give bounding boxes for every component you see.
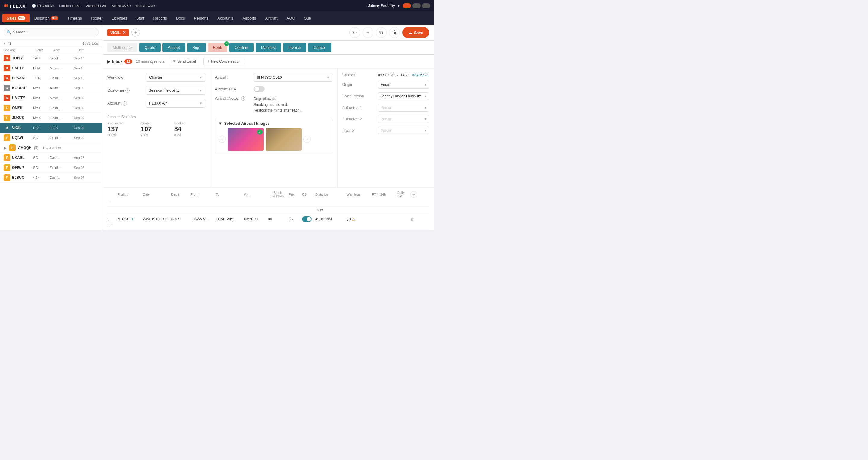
planner-select[interactable]: Person ▾ xyxy=(378,127,429,134)
close-tab-icon[interactable]: ✕ xyxy=(122,30,126,35)
dropdown-arrow-icon[interactable]: ▾ xyxy=(398,4,400,8)
delete-button[interactable]: 🗑 xyxy=(389,27,400,38)
group-row-ahoqh[interactable]: ▶ F AHOQH (5) 1 ⊙ 0 ⊘ 4 ⊗ xyxy=(0,143,102,153)
table-row[interactable]: 1 N101JT ✈ Wed 19.01.2022 23:35 LOWW VI.… xyxy=(107,214,429,230)
wf-confirm-button[interactable]: Confirm xyxy=(229,43,254,52)
customer-select[interactable]: Jessica Flexibility ▾ xyxy=(146,86,205,95)
flight-from: LOWW VI... xyxy=(190,217,215,221)
nav-item-airports[interactable]: Airports xyxy=(239,14,260,22)
toggle-btn-3[interactable] xyxy=(422,3,430,8)
origin-select[interactable]: Email ▾ xyxy=(378,81,429,89)
wf-multiquote-button[interactable]: Multi quote xyxy=(107,43,137,52)
list-item[interactable]: R SAETB DHA Majes... Sep 10 xyxy=(0,63,102,73)
nav-item-timeline[interactable]: Timeline xyxy=(63,14,87,22)
inbox-count-badge: 12 xyxy=(124,59,132,64)
branch-button[interactable]: ⑂ xyxy=(363,27,373,38)
aircraft-select[interactable]: 9H-NYC C510 ▾ xyxy=(254,73,333,82)
nav-item-docs[interactable]: Docs xyxy=(172,14,189,22)
nav-item-aircraft[interactable]: Aircraft xyxy=(261,14,282,22)
auth2-select[interactable]: Person ▾ xyxy=(378,115,429,123)
info-icon[interactable]: i xyxy=(123,101,127,105)
nav-label-timeline: Timeline xyxy=(67,16,82,21)
search-wrapper: 🔍 xyxy=(4,28,98,36)
delete-row-icon[interactable]: 🗑 xyxy=(410,217,414,221)
warning-icon: ⚠ xyxy=(352,217,355,221)
sort-icon[interactable]: ⇅ xyxy=(8,41,11,45)
wf-invoice-button[interactable]: Invoice xyxy=(283,43,306,52)
wf-quote-button[interactable]: Quote xyxy=(139,43,161,52)
stat-booked: Booked 84 61% xyxy=(174,121,205,137)
copy-button[interactable]: ⧉ xyxy=(376,27,387,38)
nav-item-roster[interactable]: Roster xyxy=(87,14,107,22)
nav-item-sub[interactable]: Sub xyxy=(300,14,315,22)
list-item[interactable]: R KOUPU MYK APIte... Sep 09 xyxy=(0,83,102,93)
nav-badge-dispatch: 99+ xyxy=(51,16,58,20)
list-item[interactable]: F JUXUS MYK Flash ... Sep 09 xyxy=(0,113,102,123)
acct-name: Movie... xyxy=(50,96,74,100)
workflow-select[interactable]: Charter ▾ xyxy=(146,73,205,82)
list-item[interactable]: R EFSAM TSA Flash ... Sep 10 xyxy=(0,73,102,83)
add-row-icon[interactable]: + xyxy=(107,223,110,227)
aircraft-image-1[interactable]: ✓ xyxy=(227,128,264,151)
filter-icon[interactable]: ▾ xyxy=(4,41,6,45)
carousel-next-button[interactable]: › xyxy=(304,136,311,143)
booking-code: SAETB xyxy=(12,66,33,70)
carousel-prev-button[interactable]: ‹ xyxy=(218,136,226,143)
book-check-icon: ✓ xyxy=(224,41,229,46)
toggle-btn-1[interactable] xyxy=(403,3,411,8)
new-conversation-button[interactable]: + New Conversation xyxy=(204,58,244,65)
active-tab[interactable]: VIGIL ✕ xyxy=(107,29,129,36)
aircraft-image-2[interactable] xyxy=(266,128,302,151)
list-item[interactable]: F OFIWP SC Excell... Sep 02 xyxy=(0,163,102,173)
toggle-btn-2[interactable] xyxy=(412,3,421,8)
account-select[interactable]: FL3XX Air ▾ xyxy=(146,99,205,108)
info-icon[interactable]: i xyxy=(125,88,130,93)
wf-cancel-button[interactable]: Cancel xyxy=(308,43,331,52)
list-item[interactable]: R UMOTY MYK Movie... Sep 09 xyxy=(0,93,102,103)
booking-code: UMOTY xyxy=(12,96,33,100)
nav-item-accounts[interactable]: Accounts xyxy=(213,14,238,22)
more-options-button[interactable]: ··· xyxy=(107,199,111,204)
back-button[interactable]: ↩ xyxy=(349,27,360,38)
email-warn-icon: ✉ xyxy=(320,208,323,213)
cs-toggle[interactable] xyxy=(302,216,312,222)
nav-item-reports[interactable]: Reports xyxy=(149,14,171,22)
list-item[interactable]: F EJBUO <S> Dash... Sep 07 xyxy=(0,173,102,183)
list-item-vigil[interactable]: B VIGIL FLX FL3X... Sep 09 xyxy=(0,123,102,133)
nav-item-staff[interactable]: Staff xyxy=(132,14,149,22)
inbox-message-count: 16 messages total xyxy=(136,59,165,64)
col-warnings: Warnings xyxy=(347,193,371,196)
aircraft-tba-toggle[interactable] xyxy=(254,86,265,92)
list-item[interactable]: F UQIWI SC Excell... Sep 09 xyxy=(0,133,102,143)
send-email-button[interactable]: ✉ Send Email xyxy=(169,58,199,65)
image-selected-icon: ✓ xyxy=(257,129,262,135)
add-tab-button[interactable]: + xyxy=(131,28,140,37)
list-item[interactable]: R TOIYY TAD Excell... Sep 10 xyxy=(0,53,102,63)
aircraft-images-toggle[interactable]: ▼ Selected Aircraft Images xyxy=(218,121,329,126)
list-item[interactable]: F OMSIL MYK Flash ... Sep 09 xyxy=(0,103,102,113)
stat-value: 137 xyxy=(107,125,138,133)
nav-item-sales[interactable]: Sales 99+ xyxy=(2,14,30,22)
search-input[interactable] xyxy=(4,28,98,36)
expand-row-icon[interactable]: ⊞ xyxy=(110,223,113,227)
nav-item-licenses[interactable]: Licenses xyxy=(107,14,131,22)
list-item[interactable]: F UKASL SC Dash... Aug 28 xyxy=(0,153,102,163)
nav-item-persons[interactable]: Persons xyxy=(190,14,213,22)
group-stats: 1 ⊙ 0 ⊘ 4 ⊗ xyxy=(42,146,61,150)
nav-item-aoc[interactable]: AOC xyxy=(282,14,299,22)
info-icon[interactable]: i xyxy=(241,96,245,101)
sales-person-select[interactable]: Johnny Casper Flexibility ▾ xyxy=(378,92,429,100)
wf-accept-button[interactable]: Accept xyxy=(162,43,185,52)
refresh-icon[interactable]: ↻ xyxy=(316,209,319,212)
logo: ≋ FLEXX xyxy=(4,2,26,9)
auth1-select[interactable]: Person ▾ xyxy=(378,104,429,112)
save-button[interactable]: ☁ Save xyxy=(402,27,429,38)
wf-book-button[interactable]: Book ✓ xyxy=(208,43,227,52)
wf-sign-button[interactable]: Sign xyxy=(187,43,206,52)
wf-manifest-button[interactable]: Manifest xyxy=(255,43,281,52)
add-column-button[interactable]: + xyxy=(410,191,417,198)
inbox-toggle[interactable]: ▶ Inbox 12 xyxy=(107,59,132,64)
booking-badge: R xyxy=(4,65,10,71)
nav-item-dispatch[interactable]: Dispatch 99+ xyxy=(30,14,63,22)
sales-code: SC xyxy=(33,156,50,159)
